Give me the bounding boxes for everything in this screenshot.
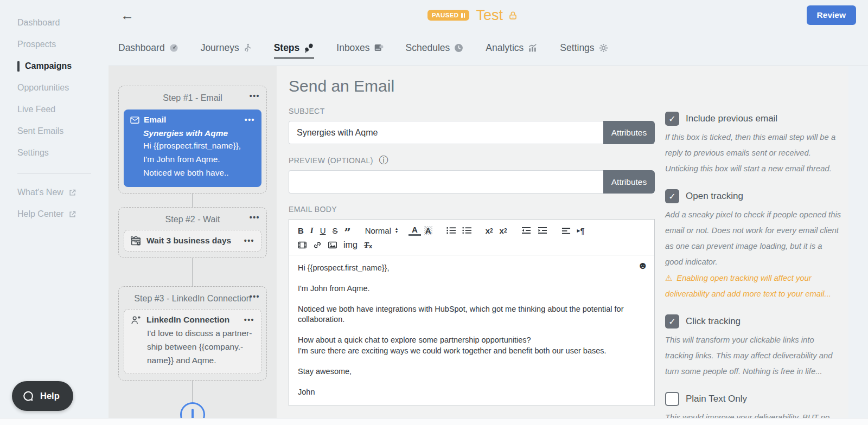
body-paragraph: Noticed we both have integrations with H…: [298, 304, 646, 325]
steps-content: Step #1 - Email Email Synergies with Aqm…: [108, 66, 848, 425]
sidebar-item-label: Opportunities: [17, 83, 69, 93]
tab-journeys[interactable]: Journeys: [201, 30, 252, 66]
tab-steps[interactable]: Steps: [274, 30, 315, 66]
plain-text-only-checkbox[interactable]: ✓: [665, 392, 679, 406]
step-3-linkedin-card[interactable]: LinkedIn Connection I'd love to discuss …: [124, 309, 261, 374]
review-button[interactable]: Review: [807, 5, 856, 25]
step-title: Step #3 - LinkedIn Connection: [134, 294, 251, 304]
help-button[interactable]: Help: [12, 381, 73, 411]
gauge-icon: [169, 43, 178, 53]
step-type-label: LinkedIn Connection: [146, 315, 229, 325]
strikethrough-button[interactable]: S: [329, 225, 341, 236]
sidebar-item-prospects[interactable]: Prospects: [0, 34, 108, 55]
click-tracking-checkbox[interactable]: ✓: [665, 314, 679, 329]
linkedin-message-line: I'd love to discuss a partner-: [147, 326, 254, 340]
video-button[interactable]: [295, 240, 310, 250]
email-body-textarea[interactable]: ☻ Hi {{prospect.first_name}}, I'm John f…: [289, 255, 654, 406]
tab-analytics[interactable]: Analytics: [486, 30, 538, 66]
format-value: Normal: [365, 226, 391, 235]
highlight-color-button[interactable]: A: [421, 225, 436, 236]
open-tracking-checkbox[interactable]: ✓: [665, 189, 679, 203]
sidebar-item-sent-emails[interactable]: Sent Emails: [0, 120, 108, 142]
img-button[interactable]: img: [340, 239, 361, 251]
sidebar-divider: [17, 173, 91, 174]
pause-icon: [461, 13, 465, 18]
sidebar-link-whats-new[interactable]: What's New: [0, 182, 108, 203]
tab-label: Steps: [274, 42, 300, 54]
tab-label: Inboxes: [336, 42, 369, 54]
align-button[interactable]: [558, 226, 574, 235]
campaign-title-cluster: PAUSED Test: [427, 0, 518, 30]
lock-icon: [508, 10, 518, 21]
body-paragraph: Stay awesome,: [298, 366, 646, 377]
sidebar-item-label: Sent Emails: [17, 126, 63, 136]
preview-attributes-button[interactable]: Attributes: [603, 170, 655, 194]
tab-dashboard[interactable]: Dashboard: [118, 30, 178, 66]
tab-inboxes[interactable]: Inboxes: [336, 30, 383, 66]
image-button[interactable]: [325, 240, 340, 250]
link-button[interactable]: [310, 240, 325, 250]
emoji-picker-icon[interactable]: ☻: [637, 260, 648, 271]
bold-button[interactable]: B: [295, 225, 307, 236]
sidebar-item-opportunities[interactable]: Opportunities: [0, 77, 108, 99]
sidebar-item-label: Live Feed: [17, 105, 55, 114]
more-options-icon[interactable]: [244, 236, 254, 245]
page-title: Send an Email: [289, 77, 652, 95]
paragraph-format-select[interactable]: Normal ▴▾: [362, 226, 401, 235]
step-2-wait-card[interactable]: Wait 3 business days: [124, 230, 261, 252]
option-include-previous-email: ✓ Include previous email If this box is …: [665, 112, 842, 177]
subject-input[interactable]: [289, 121, 603, 144]
option-label: Click tracking: [686, 316, 741, 327]
preview-input[interactable]: [289, 170, 603, 194]
email-preview-line: Hi {{prospect.first_name}},: [143, 139, 255, 152]
email-step-editor: Send an Email SUBJECT Attributes PREVIEW…: [277, 66, 658, 425]
italic-button[interactable]: I: [307, 225, 317, 236]
email-subject-preview: Synergies with Aqme: [143, 128, 255, 138]
link-label: Help Center: [17, 209, 63, 219]
external-link-icon: [68, 189, 76, 197]
info-icon[interactable]: ⓘ: [379, 156, 388, 165]
sidebar-item-live-feed[interactable]: Live Feed: [0, 99, 108, 120]
subscript-button[interactable]: x2: [482, 225, 496, 236]
warning-icon: ⚠: [665, 274, 672, 282]
sidebar-item-campaigns[interactable]: Campaigns: [0, 55, 108, 77]
outdent-button[interactable]: [518, 226, 534, 235]
text-color-button[interactable]: A: [409, 225, 421, 236]
more-options-icon[interactable]: [245, 115, 255, 124]
link-label: What's New: [17, 188, 63, 197]
sidebar-link-help-center[interactable]: Help Center: [0, 203, 108, 225]
underline-button[interactable]: U: [317, 225, 329, 236]
status-badge-label: PAUSED: [432, 12, 458, 18]
sidebar-item-settings[interactable]: Settings: [0, 142, 108, 164]
chat-bubble-icon: [22, 390, 34, 402]
tab-schedules[interactable]: Schedules: [406, 30, 464, 66]
more-options-icon[interactable]: [250, 213, 260, 222]
step-3-header: Step #3 - LinkedIn Connection: [124, 290, 261, 307]
option-click-tracking: ✓ Click tracking This will transform you…: [665, 314, 842, 379]
back-arrow-icon[interactable]: ←: [117, 9, 137, 22]
campaign-tabbar: Dashboard Journeys Steps Inboxes Schedul…: [108, 30, 868, 66]
step-1-group: Step #1 - Email Email Synergies with Aqm…: [118, 86, 267, 194]
bullet-list-button[interactable]: [459, 226, 475, 235]
clear-format-button[interactable]: Tx: [361, 240, 375, 251]
include-previous-email-checkbox[interactable]: ✓: [665, 112, 679, 126]
subject-attributes-button[interactable]: Attributes: [603, 121, 655, 144]
email-body-label: EMAIL BODY: [289, 205, 652, 214]
sequence-steps-panel: Step #1 - Email Email Synergies with Aqm…: [108, 66, 277, 425]
step-1-email-card[interactable]: Email Synergies with Aqme Hi {{prospect.…: [124, 110, 261, 187]
tab-settings[interactable]: Settings: [560, 30, 608, 66]
more-options-icon[interactable]: [250, 292, 260, 301]
option-open-tracking: ✓ Open tracking Add a sneaky pixel to ch…: [665, 189, 842, 302]
option-label: Include previous email: [686, 113, 777, 124]
ordered-list-button[interactable]: [443, 226, 459, 235]
help-label: Help: [40, 391, 60, 401]
sidebar-item-dashboard[interactable]: Dashboard: [0, 12, 108, 34]
step-2-header: Step #2 - Wait: [124, 211, 261, 228]
more-options-icon[interactable]: [250, 92, 260, 100]
indent-button[interactable]: [534, 226, 551, 235]
blockquote-button[interactable]: ”: [341, 224, 354, 236]
more-options-icon[interactable]: [244, 315, 254, 324]
text-direction-button[interactable]: ▸¶: [574, 225, 588, 236]
step-2-group: Step #2 - Wait Wait 3 business days: [118, 207, 267, 258]
superscript-button[interactable]: x2: [496, 225, 510, 236]
